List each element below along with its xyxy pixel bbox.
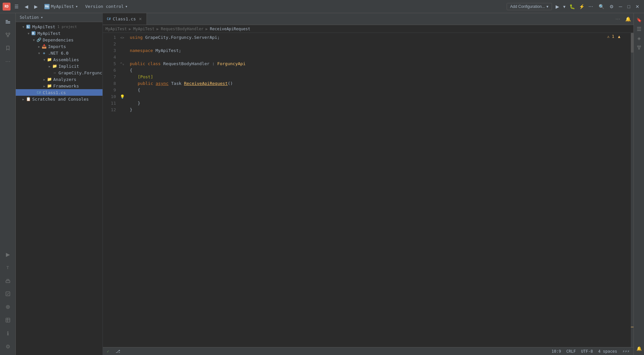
code-line-1: using GrapeCity.Forguncy.ServerApi; (130, 34, 633, 41)
tree-item-myapitest[interactable]: M MyApiTest (16, 30, 103, 37)
svg-point-5 (7, 36, 9, 37)
myapitest-arrow (26, 31, 31, 36)
editor-area: C# Class1.cs ✕ ⋯ 🔔 MyApiTest ▶ MyApiTest… (103, 13, 633, 355)
close-button[interactable]: ✕ (633, 3, 641, 11)
sidebar-item-nuget[interactable] (2, 314, 14, 326)
breadcrumb-part-1[interactable]: MyApiTest (133, 27, 154, 31)
root-arrow (21, 24, 26, 29)
svg-rect-17 (637, 30, 641, 31)
tree-item-imports[interactable]: 📥 Imports (16, 43, 103, 50)
search-button[interactable]: 🔍 (597, 3, 606, 11)
analyzers-label: Analyzers (53, 77, 76, 82)
root-label: MyApiTest (32, 24, 55, 29)
profile-button[interactable]: ⚡ (577, 3, 586, 11)
tree-item-analyzers[interactable]: 📁 Analyzers (16, 76, 103, 83)
editor-gutter: <> ^ₒ 💡 (119, 33, 126, 347)
tab-class1[interactable]: C# Class1.cs ✕ (103, 13, 147, 25)
gutter-11 (119, 100, 126, 107)
editor-content[interactable]: 1 2 3 4 5 6 7 8 9 10 11 12 <> ^ₒ (103, 33, 633, 347)
hamburger-button[interactable]: ☰ (12, 3, 21, 11)
tree-item-scratches[interactable]: 📋 Scratches and Consoles (16, 96, 103, 102)
assemblies-label: Assemblies (53, 57, 79, 62)
warning-count: 1 (612, 34, 614, 39)
status-encoding[interactable]: UTF-8 (580, 349, 594, 354)
debug-button[interactable]: 🐛 (568, 3, 577, 11)
forward-button[interactable]: ▶ (32, 3, 40, 11)
right-bookmarks-button[interactable]: 🔖 (635, 16, 643, 24)
solution-label: Solution (20, 15, 39, 20)
left-icon-rail: ⋯ ▶ T (0, 13, 16, 355)
minimize-button[interactable]: ─ (617, 3, 624, 11)
breadcrumb-part-2[interactable]: RequestBodyHandler (161, 27, 204, 31)
tab-close-button[interactable]: ✕ (138, 17, 143, 21)
status-ok[interactable]: ✓ (105, 349, 110, 354)
imports-arrow (37, 44, 41, 49)
more-run-button[interactable]: ⋯ (587, 3, 595, 11)
svg-rect-0 (6, 20, 8, 21)
sidebar-item-bookmarks[interactable] (2, 42, 14, 54)
right-structure-button[interactable] (635, 25, 643, 33)
vcs-label: Version control (85, 4, 124, 9)
solution-header[interactable]: Solution ▾ (16, 13, 103, 22)
vertical-scrollbar[interactable] (631, 33, 633, 347)
svg-point-8 (6, 305, 10, 309)
sidebar-item-settings[interactable]: ⚙ (2, 341, 14, 352)
run-button[interactable]: ▶ (554, 3, 561, 11)
sidebar-item-plugins[interactable] (2, 301, 14, 313)
analyzers-icon: 📁 (47, 77, 52, 82)
sidebar-item-explorer[interactable] (2, 16, 14, 28)
status-branch[interactable]: ⎇ (114, 349, 122, 354)
tabs-notifications: 🔔 (623, 16, 633, 22)
tree-item-root[interactable]: S MyApiTest 1 project (16, 23, 103, 30)
root-badge: 1 project (57, 25, 77, 29)
back-button[interactable]: ◀ (23, 3, 30, 11)
add-configuration-button[interactable]: Add Configuration... ▾ (507, 3, 552, 10)
sidebar-item-run[interactable]: ▶ (2, 248, 14, 260)
project-icon: MA (44, 4, 50, 9)
tree-item-frameworks[interactable]: 📁 Frameworks (16, 83, 103, 89)
sidebar-item-vcs[interactable] (2, 29, 14, 41)
scrollbar-thumb[interactable] (631, 33, 633, 53)
status-indent[interactable]: 4 spaces (597, 349, 619, 354)
breadcrumb-sep-0: ▶ (129, 27, 131, 31)
sidebar-item-terminal[interactable]: T (2, 262, 14, 273)
status-position[interactable]: 10:9 (550, 349, 563, 354)
right-git-button[interactable] (635, 43, 643, 51)
project-sidebar: Solution ▾ S MyApiTest 1 project M (16, 13, 103, 355)
gutter-5: ^ₒ (119, 61, 126, 67)
add-config-label: Add Configuration... (510, 4, 545, 9)
tabs-more-button[interactable]: ⋯ (613, 16, 623, 22)
maximize-button[interactable]: □ (626, 3, 632, 11)
vcs-dropdown-icon: ▾ (125, 4, 128, 9)
sidebar-item-tasks[interactable] (2, 288, 14, 300)
project-selector[interactable]: MA MyApiTest ▾ (42, 3, 80, 11)
vcs-selector[interactable]: Version control ▾ (82, 3, 130, 10)
breadcrumb-part-0[interactable]: MyApiTest (105, 27, 127, 31)
svg-point-4 (9, 33, 10, 34)
breadcrumb-part-3[interactable]: ReceiveApiRequest (210, 27, 250, 31)
status-wsl[interactable]: ⚡⚡⚡ (621, 349, 631, 354)
grapecity-label: GrapeCity.Forguncy.S (58, 70, 103, 75)
tree-item-dependencies[interactable]: 🔗 Dependencies (16, 37, 103, 43)
code-editor[interactable]: using GrapeCity.Forguncy.ServerApi; name… (126, 33, 633, 347)
indent-label: 4 spaces (598, 349, 617, 354)
right-hierarchy-button[interactable]: ◈ (635, 34, 643, 42)
status-line-ending[interactable]: CRLF (565, 349, 577, 354)
tree-item-grapecity[interactable]: ⇒ GrapeCity.Forguncy.S (16, 69, 103, 76)
warning-up-arrow[interactable]: ▲ (618, 34, 620, 39)
right-notifications-button[interactable]: 🔔 (635, 344, 643, 352)
tree-item-assemblies[interactable]: 📁 Assemblies (16, 56, 103, 63)
sidebar-item-info[interactable]: ℹ (2, 327, 14, 339)
sidebar-item-more[interactable]: ⋯ (2, 55, 14, 67)
tree-item-net60[interactable]: ◈ .NET 6.0 (16, 50, 103, 56)
run-dropdown-button[interactable]: ▾ (562, 3, 567, 11)
settings-button[interactable]: ⚙ (608, 3, 616, 11)
position-label: 10:9 (552, 349, 561, 354)
gutter-12 (119, 107, 126, 113)
sidebar-item-build[interactable] (2, 275, 14, 287)
right-icon-rail: 🔖 ◈ 🔔 (633, 13, 644, 355)
breadcrumb: MyApiTest ▶ MyApiTest ▶ RequestBodyHandl… (103, 25, 633, 33)
svg-point-18 (637, 46, 639, 47)
tree-item-class1[interactable]: C# Class1.cs (16, 89, 103, 96)
tree-item-implicit[interactable]: 📁 Implicit (16, 63, 103, 69)
